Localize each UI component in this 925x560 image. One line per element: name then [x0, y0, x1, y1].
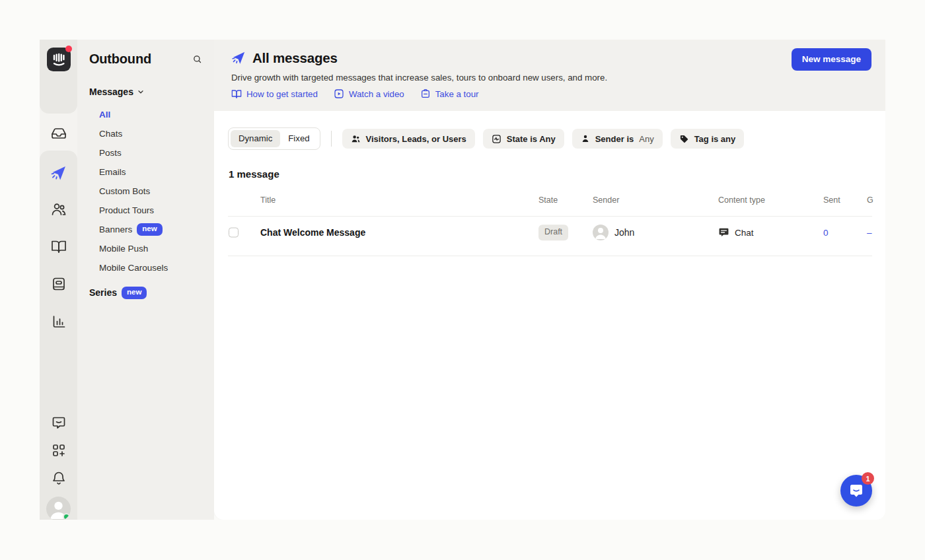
sidebar-item-chats[interactable]: Chats — [89, 124, 204, 143]
filter-sender[interactable]: Sender is Any — [572, 129, 663, 149]
book-icon — [51, 238, 67, 254]
column-sent[interactable]: Sent — [823, 195, 840, 205]
play-icon — [334, 88, 344, 99]
state-icon — [492, 134, 501, 144]
link-label: Take a tour — [435, 89, 479, 99]
column-state[interactable]: State — [538, 195, 558, 205]
chip-value: Any — [639, 134, 653, 144]
book-icon — [231, 88, 242, 99]
sidebar-item-banners[interactable]: Banners new — [89, 220, 204, 239]
sidebar-item-label: Banners — [99, 225, 132, 234]
rail-item-reports[interactable] — [40, 308, 77, 335]
sidebar-item-label: Chats — [99, 129, 122, 139]
chip-label: Visitors, Leads, or Users — [366, 134, 466, 144]
sidebar-item-product-tours[interactable]: Product Tours — [89, 201, 204, 220]
sidebar-item-label: All — [99, 110, 110, 120]
rail-item-articles[interactable] — [40, 233, 77, 260]
page-header: All messages Drive growth with targeted … — [214, 40, 885, 111]
kiosk-icon — [51, 276, 67, 292]
sent-count[interactable]: 0 — [823, 228, 829, 238]
main-panel: All messages Drive growth with targeted … — [214, 40, 885, 520]
bar-chart-icon — [51, 314, 67, 330]
contacts-icon — [51, 201, 67, 217]
link-label: How to get started — [246, 89, 318, 99]
apps-grid-icon — [51, 442, 67, 458]
link-how-to-get-started[interactable]: How to get started — [231, 88, 318, 99]
sidebar-item-posts[interactable]: Posts — [89, 143, 204, 162]
dynamic-fixed-toggle: Dynamic Fixed — [228, 127, 320, 150]
sender-name: John — [614, 227, 634, 238]
section-label: Messages — [89, 87, 133, 97]
filter-bar: Dynamic Fixed Visitors, Leads, or Users — [228, 127, 885, 150]
new-message-button[interactable]: New message — [792, 48, 871, 71]
messages-list-panel: Dynamic Fixed Visitors, Leads, or Users — [214, 111, 885, 520]
chat-bubble-icon — [51, 415, 67, 431]
sender-avatar — [593, 225, 609, 240]
table-row[interactable]: Chat Welcome Message Draft John — [214, 217, 885, 248]
rail-item-apps[interactable] — [40, 437, 77, 464]
table-header: Title State Sender Content type Sent G — [214, 195, 885, 209]
link-label: Watch a video — [349, 89, 404, 99]
rail-item-outbound[interactable] — [40, 160, 77, 186]
filter-audience[interactable]: Visitors, Leads, or Users — [342, 129, 475, 149]
icon-rail — [40, 40, 77, 520]
rail-item-notifications[interactable] — [40, 465, 77, 491]
row-checkbox[interactable] — [229, 228, 239, 238]
sidebar-item-series[interactable]: Series new — [89, 287, 204, 299]
chat-type-icon — [718, 227, 729, 238]
messenger-launcher[interactable]: 1 — [840, 475, 872, 507]
sidebar-item-custom-bots[interactable]: Custom Bots — [89, 182, 204, 201]
segment-fixed[interactable]: Fixed — [280, 130, 317, 147]
rail-item-contacts[interactable] — [40, 196, 77, 223]
rail-item-messenger[interactable] — [40, 409, 77, 436]
chip-label: State is Any — [507, 134, 556, 144]
messenger-bubble-icon — [848, 482, 865, 499]
new-badge: new — [122, 287, 147, 299]
divider — [228, 256, 872, 256]
account-avatar[interactable] — [46, 497, 71, 520]
column-sender[interactable]: Sender — [593, 195, 619, 205]
sidebar-item-label: Mobile Push — [99, 244, 148, 254]
sidebar-item-label: Custom Bots — [99, 186, 150, 196]
filter-tag[interactable]: Tag is any — [671, 129, 745, 149]
sidebar-nav-list: All Chats Posts Emails Custom Bots Produ… — [89, 105, 204, 277]
unread-badge: 1 — [862, 472, 874, 485]
notification-dot — [65, 46, 72, 52]
intercom-logo[interactable] — [47, 48, 71, 71]
sidebar-item-label: Posts — [99, 148, 122, 158]
sidebar-item-all[interactable]: All — [89, 105, 204, 124]
rail-item-news[interactable] — [40, 271, 77, 297]
message-count: 1 message — [229, 168, 885, 180]
status-badge: Draft — [538, 225, 568, 240]
content-type-label: Chat — [735, 228, 754, 238]
sender-icon — [581, 134, 590, 143]
chip-label: Sender is — [595, 134, 634, 144]
link-watch-a-video[interactable]: Watch a video — [334, 88, 404, 99]
sidebar-item-label: Emails — [99, 167, 126, 177]
segment-dynamic[interactable]: Dynamic — [231, 130, 280, 147]
sidebar-item-mobile-push[interactable]: Mobile Push — [89, 239, 204, 258]
sidebar-item-emails[interactable]: Emails — [89, 162, 204, 182]
page-subtitle: Drive growth with targeted messages that… — [231, 73, 871, 83]
series-label: Series — [89, 287, 117, 298]
chevron-down-icon — [137, 88, 145, 96]
link-take-a-tour[interactable]: Take a tour — [420, 88, 479, 99]
divider — [331, 131, 332, 147]
app-window: Outbound Messages All Chats Posts Emails… — [40, 40, 885, 520]
column-title[interactable]: Title — [260, 195, 276, 205]
help-links: How to get started Watch a video Ta — [231, 88, 871, 99]
sidebar-section-messages[interactable]: Messages — [89, 87, 204, 97]
bell-icon — [51, 470, 67, 486]
sidebar: Outbound Messages All Chats Posts Emails… — [77, 40, 214, 520]
goal-value[interactable]: – — [867, 228, 872, 238]
search-button[interactable] — [191, 53, 204, 65]
column-content-type[interactable]: Content type — [718, 195, 765, 205]
tag-icon — [679, 134, 689, 144]
filter-state[interactable]: State is Any — [483, 129, 564, 149]
sidebar-item-label: Mobile Carousels — [99, 263, 168, 273]
sidebar-title: Outbound — [89, 52, 151, 67]
sidebar-item-mobile-carousels[interactable]: Mobile Carousels — [89, 258, 204, 277]
row-title[interactable]: Chat Welcome Message — [260, 227, 365, 238]
column-goal[interactable]: G — [867, 195, 873, 205]
messages-table: Title State Sender Content type Sent G C… — [214, 195, 885, 256]
